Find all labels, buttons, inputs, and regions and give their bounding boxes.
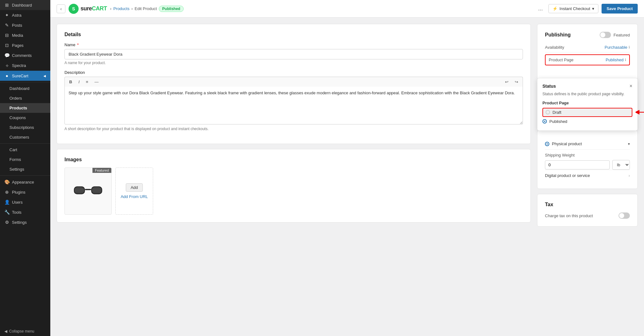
dash-button[interactable]: — [93,79,100,85]
popup-close-button[interactable]: × [630,83,632,89]
appearance-icon: 🎨 [4,179,9,185]
availability-label: Availability [545,45,564,50]
draft-label: Draft [552,110,561,115]
images-grid: Featured [64,168,523,215]
published-radio-circle [542,119,547,124]
sidebar-item-comments[interactable]: 💬 Comments [0,50,50,60]
breadcrumb-sep1: › [110,6,111,11]
sidebar-label-astra: Astra [12,13,21,18]
image-placeholder [65,168,111,214]
active-indicator [49,71,50,81]
undo-button[interactable]: ↩ [504,79,510,85]
save-product-button[interactable]: Save Product [602,4,638,14]
divider [0,82,50,82]
redo-button[interactable]: ↪ [514,79,519,85]
italic-button[interactable]: I [77,79,81,85]
astra-icon: ✦ [4,13,9,18]
add-from-url-link[interactable]: Add From URL [121,194,148,199]
name-group: Name * A name for your product. [64,42,523,65]
physical-product-row: Physical product ▾ [545,138,630,149]
sidebar-label-forms: Forms [9,157,21,162]
sidebar-label-settings-top: Settings [12,220,27,225]
digital-label: Digital product or service [545,173,590,178]
description-textarea[interactable]: Step up your style game with our Dora Bl… [64,87,523,124]
tax-toggle-knob [619,213,624,218]
required-star: * [77,42,79,47]
sidebar-label-spectra: Spectra [12,63,26,68]
more-options-button[interactable]: ... [536,4,545,13]
shipping-input-row: lb kg oz [545,160,630,170]
sidebar-item-pages[interactable]: ⊡ Pages [0,40,50,50]
list-button[interactable]: ≡ [85,79,90,85]
svg-rect-6 [92,187,102,194]
sidebar-item-forms[interactable]: Forms [0,155,50,164]
sidebar-item-settings[interactable]: Settings [0,164,50,174]
sidebar-label-posts: Posts [12,23,22,28]
shipping-weight-input[interactable] [545,160,610,169]
bold-button[interactable]: B [68,79,73,85]
sidebar-item-tools[interactable]: 🔧 Tools [0,207,50,217]
product-page-row[interactable]: Product Page Published ℹ [545,54,630,65]
sunglasses-image [74,183,102,199]
popup-header: Status × [542,83,632,89]
details-card: Details Name * A name for your product. … [57,24,531,144]
info-icon: ℹ [629,45,630,49]
users-icon: 👤 [4,200,9,205]
posts-icon: ✎ [4,23,9,28]
lightning-icon: ⚡ [552,6,558,11]
radio-option-draft[interactable]: Draft [542,108,632,117]
chevron-left-icon: ◀ [43,74,46,78]
sidebar-label-settings: Settings [9,167,24,172]
content-area: Details Name * A name for your product. … [50,18,644,336]
physical-radio[interactable] [545,142,549,146]
sidebar-item-subscriptions[interactable]: Subscriptions [0,123,50,132]
physical-chevron-icon[interactable]: ▾ [628,142,630,146]
sidebar-item-users[interactable]: 👤 Users [0,197,50,207]
main-wrapper: ‹ S sureCART › Products › Edit Product P… [50,0,644,336]
shipping-weight-label: Shipping Weight [545,153,630,157]
sidebar-item-plugins[interactable]: ⊕ Plugins [0,187,50,197]
sidebar-item-products[interactable]: Products [0,103,50,113]
sidebar-label-customers: Customers [9,135,29,140]
publishing-header: Publishing Featured [545,32,630,38]
breadcrumb-products[interactable]: Products [113,6,129,11]
logo-icon: S [69,4,79,14]
dropdown-arrow-icon: ▾ [592,6,594,11]
pages-icon: ⊡ [4,43,9,48]
tax-title: Tax [545,202,630,207]
sidebar-item-orders[interactable]: Orders [0,93,50,103]
sidebar-item-cart[interactable]: Cart [0,145,50,155]
sidebar-item-customers[interactable]: Customers [0,132,50,142]
sidebar-item-surecart[interactable]: ● SureCart ◀ [0,71,50,81]
weight-unit-select[interactable]: lb kg oz [612,160,630,170]
sidebar-item-coupons[interactable]: Coupons [0,113,50,123]
availability-value[interactable]: Purchasable ℹ [605,45,630,50]
sidebar-item-appearance[interactable]: 🎨 Appearance [0,177,50,187]
sidebar-item-astra[interactable]: ✦ Astra [0,10,50,20]
add-image-button[interactable]: Add [126,183,142,192]
sidebar-item-settings-top[interactable]: ⚙ Settings [0,217,50,227]
sidebar-item-spectra[interactable]: ⟡ Spectra [0,60,50,71]
collapse-menu[interactable]: ◀ Collapse menu [0,327,50,336]
publishing-card: Publishing Featured Availability Purchas… [537,24,638,125]
sidebar-item-media[interactable]: ⊟ Media [0,30,50,40]
charge-tax-toggle[interactable] [619,212,630,219]
sidebar-item-dashboard-top[interactable]: ⊞ Dashboard [0,0,50,10]
svg-rect-5 [75,187,84,194]
back-button[interactable]: ‹ [57,4,65,13]
instant-checkout-button[interactable]: ⚡ Instant Checkout ▾ [548,4,598,13]
product-page-value: Published ℹ [606,58,626,62]
tax-row: Charge tax on this product [545,212,630,219]
product-name-input[interactable] [64,49,523,59]
radio-option-published[interactable]: Published [542,118,632,125]
featured-toggle[interactable] [600,32,611,38]
digital-product-row[interactable]: Digital product or service › [545,170,630,181]
images-card: Images Featured [57,149,531,223]
sidebar-item-dashboard-sub[interactable]: Dashboard [0,84,50,93]
plugins-icon: ⊕ [4,190,9,195]
digital-chevron-icon: › [629,174,630,178]
add-image-area: Add Add From URL [115,168,153,215]
sidebar-item-posts[interactable]: ✎ Posts [0,20,50,30]
divider2 [0,143,50,144]
sidebar-label-dashboard: Dashboard [12,3,32,8]
